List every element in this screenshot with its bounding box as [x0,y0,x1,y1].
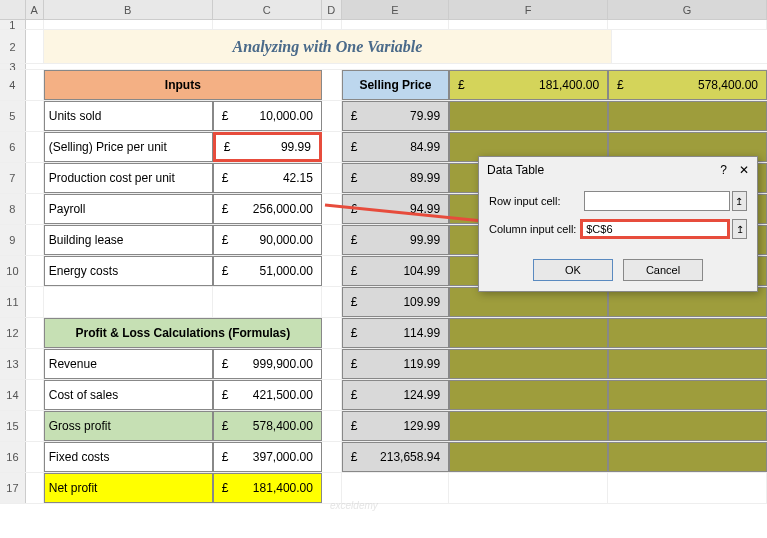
row-header-11[interactable]: 11 [0,287,26,317]
row-input-label: Row input cell: [489,195,584,207]
sell-g-7[interactable] [608,318,767,348]
sell-row-3[interactable]: £94.99 [342,194,449,224]
inputs-label-5[interactable]: Energy costs [44,256,213,286]
col-header-d[interactable]: D [322,0,342,19]
sell-f-11[interactable] [449,442,608,472]
inputs-val-1[interactable]: £99.99 [213,132,322,162]
sell-f-8[interactable] [449,349,608,379]
inputs-val-0[interactable]: £10,000.00 [213,101,322,131]
row-header-8[interactable]: 8 [0,194,26,224]
sell-f-10[interactable] [449,411,608,441]
sell-g-10[interactable] [608,411,767,441]
data-table-dialog: Data Table ? ✕ Row input cell: ↥ Column … [478,156,758,292]
sell-g-9[interactable] [608,380,767,410]
inputs-label-3[interactable]: Payroll [44,194,213,224]
row-header-13[interactable]: 13 [0,349,26,379]
row-header-5[interactable]: 5 [0,101,26,131]
pl-label-2[interactable]: Gross profit [44,411,213,441]
col-picker-icon[interactable]: ↥ [732,219,747,239]
row-header-10[interactable]: 10 [0,256,26,286]
inputs-val-3[interactable]: £256,000.00 [213,194,322,224]
inputs-label-4[interactable]: Building lease [44,225,213,255]
pl-label-0[interactable]: Revenue [44,349,213,379]
inputs-val-2[interactable]: £42.15 [213,163,322,193]
pl-label-4[interactable]: Net profit [44,473,213,503]
inputs-label-2[interactable]: Production cost per unit [44,163,213,193]
pl-header: Profit & Loss Calculations (Formulas) [44,318,322,348]
close-icon[interactable]: ✕ [739,163,749,177]
col-header-a[interactable]: A [26,0,44,19]
sell-row-5[interactable]: £104.99 [342,256,449,286]
inputs-label-1[interactable]: (Selling) Price per unit [44,132,213,162]
row-header-12[interactable]: 12 [0,318,26,348]
select-all-corner[interactable] [0,0,26,19]
pl-val-2[interactable]: £578,400.00 [213,411,322,441]
column-headers: A B C D E F G [0,0,767,20]
row-header-7[interactable]: 7 [0,163,26,193]
sell-row-0[interactable]: £79.99 [342,101,449,131]
sell-row-1[interactable]: £84.99 [342,132,449,162]
row-header-4[interactable]: 4 [0,70,26,100]
row-header-17[interactable]: 17 [0,473,26,503]
row-header-3[interactable]: 3 [0,64,26,69]
pl-val-4[interactable]: £181,400.00 [213,473,322,503]
pl-val-1[interactable]: £421,500.00 [213,380,322,410]
sell-g-11[interactable] [608,442,767,472]
sell-row-11[interactable]: £213,658.94 [342,442,449,472]
inputs-val-4[interactable]: £90,000.00 [213,225,322,255]
sell-row-2[interactable]: £89.99 [342,163,449,193]
sell-row-4[interactable]: £99.99 [342,225,449,255]
row-header-2[interactable]: 2 [0,30,26,63]
row-header-16[interactable]: 16 [0,442,26,472]
sell-g-0[interactable] [608,101,767,131]
row-header-6[interactable]: 6 [0,132,26,162]
col-header-e[interactable]: E [342,0,449,19]
selling-price-header: Selling Price [342,70,449,100]
col-header-g[interactable]: G [608,0,767,19]
pl-val-3[interactable]: £397,000.00 [213,442,322,472]
sell-row-9[interactable]: £124.99 [342,380,449,410]
cancel-button[interactable]: Cancel [623,259,703,281]
sell-f-0[interactable] [449,101,608,131]
help-icon[interactable]: ? [720,163,727,177]
page-title: Analyzing with One Variable [44,30,612,63]
sell-f-9[interactable] [449,380,608,410]
pl-label-3[interactable]: Fixed costs [44,442,213,472]
inputs-val-5[interactable]: £51,000.00 [213,256,322,286]
selling-g-header[interactable]: £578,400.00 [608,70,767,100]
pl-val-0[interactable]: £999,900.00 [213,349,322,379]
row-input-field[interactable] [584,191,730,211]
sell-row-10[interactable]: £129.99 [342,411,449,441]
sell-row-7[interactable]: £114.99 [342,318,449,348]
row-header-15[interactable]: 15 [0,411,26,441]
sell-row-8[interactable]: £119.99 [342,349,449,379]
inputs-label-0[interactable]: Units sold [44,101,213,131]
spreadsheet: A B C D E F G 1 2 Analyzing with One Var… [0,0,767,538]
col-header-c[interactable]: C [213,0,322,19]
sell-f-7[interactable] [449,318,608,348]
sell-row-6[interactable]: £109.99 [342,287,449,317]
col-input-field[interactable] [580,219,730,239]
row-picker-icon[interactable]: ↥ [732,191,747,211]
row-header-9[interactable]: 9 [0,225,26,255]
sell-g-8[interactable] [608,349,767,379]
selling-f-header[interactable]: £181,400.00 [449,70,608,100]
watermark: exceldemy [330,500,378,511]
ok-button[interactable]: OK [533,259,613,281]
pl-label-1[interactable]: Cost of sales [44,380,213,410]
row-header-1[interactable]: 1 [0,20,26,29]
dialog-title: Data Table [487,163,544,177]
row-header-14[interactable]: 14 [0,380,26,410]
col-header-b[interactable]: B [44,0,213,19]
col-header-f[interactable]: F [449,0,608,19]
inputs-header: Inputs [44,70,322,100]
col-input-label: Column input cell: [489,223,580,235]
